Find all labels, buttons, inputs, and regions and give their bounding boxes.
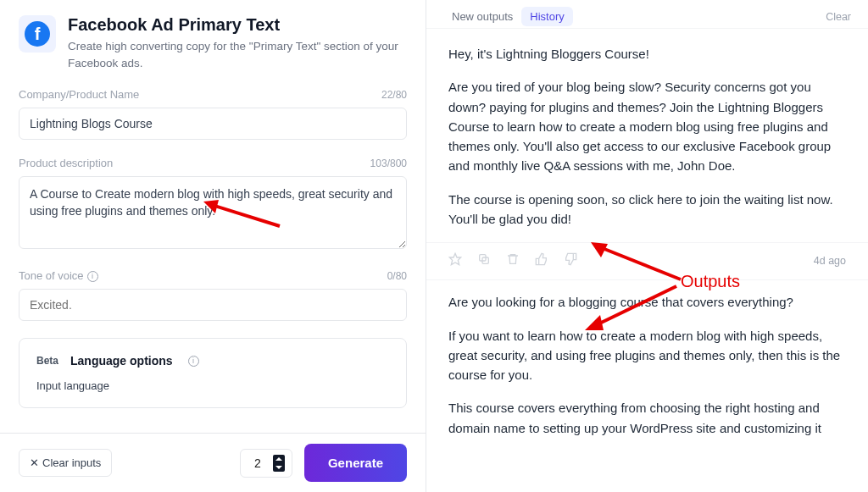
- trash-icon[interactable]: [506, 252, 520, 271]
- left-footer: ✕ Clear inputs 2 Generate: [0, 433, 426, 492]
- input-language-label: Input language: [36, 379, 389, 392]
- info-icon: i: [87, 271, 98, 282]
- template-title: Facebook Ad Primary Text: [68, 15, 407, 35]
- quantity-value: 2: [248, 456, 268, 470]
- annotation-label: Outputs: [681, 272, 740, 291]
- output-text: This course covers everything from choos…: [448, 398, 846, 438]
- company-label: Company/Product Name: [19, 88, 139, 101]
- thumbs-down-icon[interactable]: [564, 252, 577, 271]
- right-panel: New outputs History Clear Hey, it's Ligh…: [426, 0, 868, 492]
- tone-label: Tone of voicei: [19, 269, 98, 282]
- outputs-list: Hey, it's Lightning Bloggers Course! Are…: [426, 29, 868, 492]
- tone-char-count: 0/80: [387, 270, 407, 282]
- product-description-char-count: 103/800: [370, 158, 407, 169]
- star-icon[interactable]: [448, 252, 462, 271]
- company-field: Company/Product Name 22/80: [19, 88, 407, 140]
- facebook-icon: f: [25, 21, 50, 47]
- output-meta-row: 4d ago: [426, 242, 868, 280]
- output-text: Are you tired of your blog being slow? S…: [448, 77, 846, 175]
- output-text: If you want to learn how to create a mod…: [448, 326, 846, 385]
- output-text: The course is opening soon, so click her…: [448, 190, 846, 229]
- thumbs-up-icon[interactable]: [535, 252, 548, 271]
- template-icon-box: f: [19, 15, 56, 53]
- tab-new-outputs[interactable]: New outputs: [443, 7, 521, 26]
- output-tabs: New outputs History Clear: [426, 0, 868, 29]
- beta-badge: Beta: [36, 355, 58, 367]
- product-description-field: Product description 103/800 A Course to …: [19, 157, 407, 252]
- product-description-input[interactable]: A Course to Create modern blog with high…: [19, 176, 407, 249]
- output-text: Hey, it's Lightning Bloggers Course!: [448, 44, 846, 64]
- quantity-stepper[interactable]: 2: [240, 449, 292, 478]
- clear-inputs-button[interactable]: ✕ Clear inputs: [19, 449, 112, 477]
- info-icon: i: [188, 356, 199, 367]
- clear-outputs-button[interactable]: Clear: [826, 11, 851, 23]
- generate-button[interactable]: Generate: [304, 444, 407, 482]
- tone-input[interactable]: [19, 289, 407, 321]
- template-header: f Facebook Ad Primary Text Create high c…: [19, 15, 407, 71]
- language-options-title: Language options: [70, 354, 173, 368]
- output-age: 4d ago: [814, 253, 846, 269]
- output-item[interactable]: Hey, it's Lightning Bloggers Course! Are…: [448, 44, 846, 229]
- left-panel: f Facebook Ad Primary Text Create high c…: [0, 0, 426, 492]
- clear-inputs-label: Clear inputs: [42, 456, 101, 469]
- template-description: Create high converting copy for the "Pri…: [68, 38, 407, 71]
- tab-history[interactable]: History: [521, 7, 572, 26]
- tone-field: Tone of voicei 0/80: [19, 269, 407, 321]
- x-icon: ✕: [30, 456, 39, 469]
- product-description-label: Product description: [19, 157, 113, 169]
- svg-marker-2: [449, 253, 460, 264]
- template-heading: Facebook Ad Primary Text Create high con…: [68, 15, 407, 71]
- company-char-count: 22/80: [381, 89, 407, 101]
- app-root: f Facebook Ad Primary Text Create high c…: [0, 0, 868, 492]
- company-input[interactable]: [19, 108, 407, 140]
- language-options-box: Beta Language options i Input language: [19, 338, 407, 408]
- stepper-icon[interactable]: [273, 455, 285, 472]
- output-text: Are you looking for a blogging course th…: [448, 292, 846, 312]
- copy-icon[interactable]: [477, 252, 491, 271]
- output-item[interactable]: Are you looking for a blogging course th…: [448, 292, 846, 438]
- left-scroll: f Facebook Ad Primary Text Create high c…: [0, 0, 426, 433]
